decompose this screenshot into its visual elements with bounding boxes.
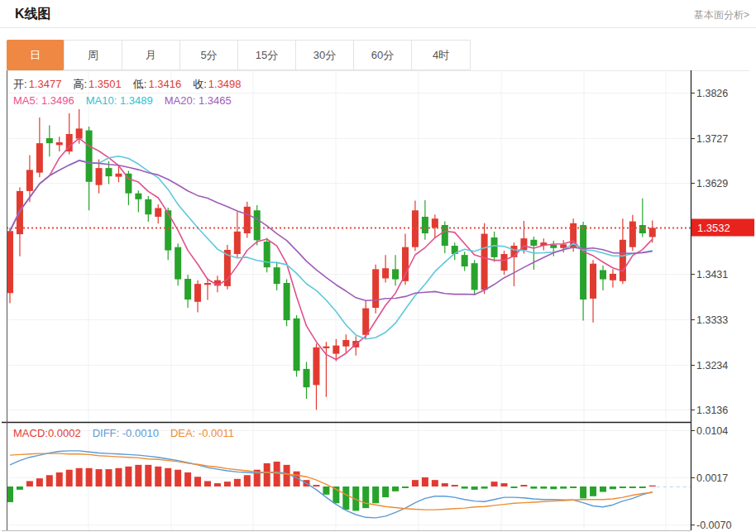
svg-text:1.3136: 1.3136 (696, 405, 728, 416)
low-value: 1.3416 (148, 78, 181, 90)
dea-value: -0.0011 (199, 427, 234, 439)
macd-value: 0.0002 (48, 427, 81, 439)
svg-text:1.3431: 1.3431 (696, 269, 728, 280)
svg-text:0.0104: 0.0104 (696, 425, 728, 437)
svg-text:1.3826: 1.3826 (696, 88, 728, 99)
dea-label: DEA: (170, 427, 195, 439)
svg-text:0.0017: 0.0017 (696, 472, 728, 484)
svg-text:1.3532: 1.3532 (697, 222, 730, 234)
macd-legend: MACD:0.0002DIFF: -0.0010DEA: -0.0011 (13, 427, 246, 439)
ma-legend: MA5: 1.3496MA10: 1.3489MA20: 1.3465 (13, 94, 243, 107)
svg-text:1.3234: 1.3234 (696, 360, 728, 371)
diff-label: DIFF: (93, 427, 120, 439)
ma20-label: MA20: (165, 94, 196, 107)
high-value: 1.3501 (89, 78, 122, 90)
ohlc-legend: 开:1.3477高:1.3501低:1.3416收:1.3498 (13, 77, 253, 92)
diff-value: -0.0010 (122, 427, 159, 439)
close-value: 1.3498 (208, 78, 242, 90)
svg-text:1.3333: 1.3333 (696, 314, 728, 326)
ma10-label: MA10: (86, 94, 117, 107)
open-value: 1.3477 (29, 78, 62, 90)
svg-text:1.3629: 1.3629 (696, 178, 728, 189)
kline-chart[interactable]: 1.38261.37271.36291.34311.33331.32341.31… (0, 0, 756, 532)
ma20-value: 1.3465 (199, 94, 232, 107)
kline-widget: { "page": { "title": "K线图", "link": "基本面… (0, 0, 756, 532)
open-label: 开: (13, 78, 27, 90)
macd-label: MACD: (13, 427, 48, 439)
svg-text:1.3727: 1.3727 (696, 133, 728, 145)
svg-text:-0.0070: -0.0070 (696, 520, 731, 531)
close-label: 收: (193, 78, 207, 90)
ma5-label: MA5: (13, 94, 38, 107)
ma5-value: 1.3496 (41, 94, 74, 107)
ma10-value: 1.3489 (120, 94, 153, 107)
low-label: 低: (133, 78, 147, 90)
high-label: 高: (73, 78, 87, 90)
